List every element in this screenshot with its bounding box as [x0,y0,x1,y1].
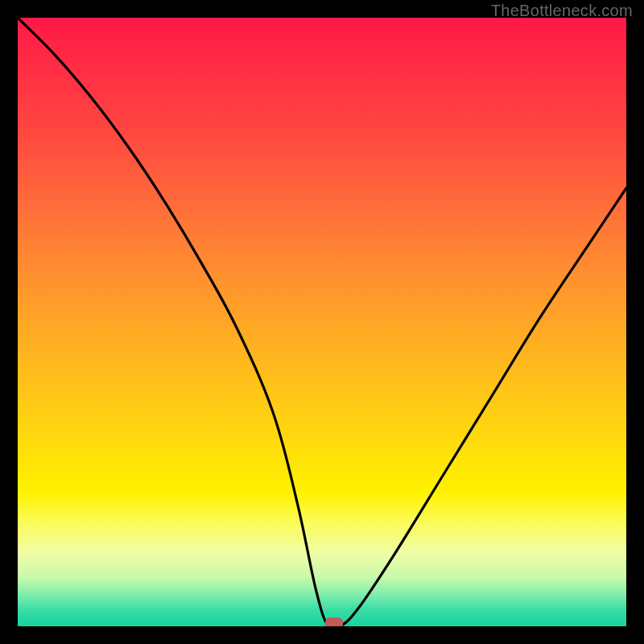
optimum-marker [325,617,343,626]
plot-area [18,18,626,626]
watermark-label: TheBottleneck.com [491,2,633,20]
bottleneck-curve [18,18,626,626]
chart-frame: TheBottleneck.com [0,0,644,644]
